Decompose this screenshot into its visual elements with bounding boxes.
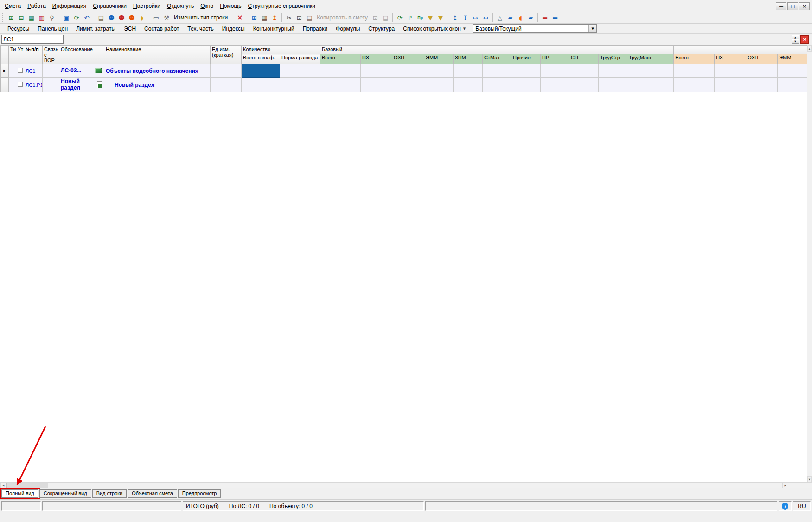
row-marker-cell[interactable] bbox=[1, 78, 9, 92]
name-cell[interactable]: Новый раздел bbox=[104, 78, 211, 92]
cell-b_pz[interactable] bbox=[361, 78, 392, 92]
indent-right-button[interactable]: ↦ bbox=[470, 13, 480, 23]
person-orange-button[interactable]: ☻ bbox=[127, 13, 137, 23]
panel-tab-amendments[interactable]: Поправки bbox=[299, 25, 332, 33]
cell-b_nr[interactable] bbox=[541, 78, 569, 92]
cell-b_emm[interactable] bbox=[424, 78, 454, 92]
cell-b_stmat[interactable] bbox=[483, 78, 511, 92]
unit-cell[interactable] bbox=[211, 64, 242, 78]
level-down-button[interactable]: ↧ bbox=[460, 13, 470, 23]
filter-clear-button[interactable]: ▼ bbox=[435, 13, 446, 23]
cell-c_ozp[interactable] bbox=[746, 64, 778, 78]
estimate-panels-button[interactable]: ⊟ bbox=[16, 13, 26, 23]
spinner-up-icon[interactable]: ▲ bbox=[792, 35, 799, 39]
person-red-button[interactable]: ☻ bbox=[116, 13, 127, 23]
cell-b_stmat[interactable] bbox=[483, 64, 511, 78]
menu-strukturnye-spravochniki[interactable]: Структурные справочники bbox=[245, 1, 319, 11]
language-indicator[interactable]: RU bbox=[793, 501, 811, 511]
cell-c_emm[interactable] bbox=[778, 78, 807, 92]
cell-b_total[interactable] bbox=[320, 64, 361, 78]
panel-tab-resources[interactable]: Ресурсы bbox=[3, 25, 33, 33]
refresh-button[interactable]: ⟳ bbox=[71, 13, 82, 23]
menu-okno[interactable]: Окно bbox=[197, 1, 217, 11]
cell-c_pz[interactable] bbox=[715, 64, 746, 78]
scroll-left-icon[interactable]: ◀ bbox=[0, 483, 6, 488]
number-cell[interactable]: ЛС1 bbox=[24, 64, 43, 78]
info-icon[interactable]: i bbox=[782, 503, 788, 510]
cell-b_total[interactable] bbox=[320, 78, 361, 92]
menu-otdokhnut[interactable]: Отдохнуть bbox=[164, 1, 197, 11]
cell-b_ozp[interactable] bbox=[392, 64, 424, 78]
machines-button[interactable]: ⚒ bbox=[161, 13, 172, 23]
car-2-button[interactable]: ▰ bbox=[525, 13, 536, 23]
cell-c_emm[interactable] bbox=[778, 64, 807, 78]
panel-tab-structure[interactable]: Структура bbox=[364, 25, 399, 33]
estimate-code-input[interactable] bbox=[1, 35, 64, 44]
cell-qty_total[interactable] bbox=[242, 64, 280, 78]
level-up-button[interactable]: ↥ bbox=[450, 13, 460, 23]
basis-cell[interactable]: ЛС-03... bbox=[59, 64, 104, 78]
vor-cell[interactable] bbox=[43, 64, 59, 78]
excel-export-button[interactable]: ▦ bbox=[26, 13, 37, 23]
cell-b_prochie[interactable] bbox=[511, 64, 541, 78]
search-button[interactable]: ⚲ bbox=[47, 13, 57, 23]
menu-informatsiya[interactable]: Информация bbox=[49, 1, 90, 11]
panel-tab-price-panel[interactable]: Панель цен bbox=[33, 25, 72, 33]
close-panel-button[interactable]: × bbox=[800, 35, 809, 44]
number-cell[interactable]: ЛС1.Р1 bbox=[24, 78, 43, 92]
comment-button[interactable]: ◗ bbox=[137, 13, 147, 23]
combo-dropdown-icon[interactable]: ▼ bbox=[588, 25, 596, 32]
vertical-scroll-track[interactable] bbox=[807, 52, 812, 476]
minimize-button[interactable]: — bbox=[776, 2, 786, 10]
pyramid-button[interactable]: △ bbox=[495, 13, 505, 23]
cell-qty_norm[interactable] bbox=[280, 64, 320, 78]
cell-b_prochie[interactable] bbox=[511, 78, 541, 92]
vertical-scrollbar[interactable]: ▲ ▼ bbox=[807, 45, 812, 482]
panel-tab-conjunctural[interactable]: Конъюнктурный bbox=[249, 25, 299, 33]
report-button[interactable]: ▤ bbox=[96, 13, 106, 23]
undo-button[interactable]: ↶ bbox=[82, 13, 92, 23]
scroll-right-icon[interactable]: ▶ bbox=[782, 483, 788, 488]
spinner-down-icon[interactable]: ▼ bbox=[792, 39, 799, 44]
approved-checkbox[interactable] bbox=[18, 68, 23, 73]
cell-b_zpm[interactable] bbox=[454, 78, 483, 92]
panel-tab-indexes[interactable]: Индексы bbox=[218, 25, 249, 33]
horizontal-scroll-track[interactable] bbox=[48, 483, 782, 488]
maximize-button[interactable]: □ bbox=[787, 2, 798, 10]
change-row-type-button[interactable]: Изменить тип строки... bbox=[172, 14, 235, 21]
approved-cell[interactable] bbox=[16, 78, 24, 92]
estimate-windows-button[interactable]: ⊞ bbox=[6, 13, 16, 23]
type-cell[interactable] bbox=[9, 78, 16, 92]
vor-cell[interactable] bbox=[43, 78, 59, 92]
filter-button[interactable]: ▼ bbox=[425, 13, 435, 23]
cell-b_trudmash[interactable] bbox=[627, 78, 674, 92]
copy-button[interactable]: ⊡ bbox=[294, 13, 304, 23]
menu-nastroyki[interactable]: Настройки bbox=[130, 1, 164, 11]
menu-pomoshch[interactable]: Помощь bbox=[217, 1, 244, 11]
panel-tab-work-composition[interactable]: Состав работ bbox=[140, 25, 183, 33]
cell-qty_total[interactable] bbox=[242, 78, 280, 92]
close-button[interactable]: × bbox=[799, 2, 810, 10]
cell-c_total[interactable] bbox=[674, 64, 715, 78]
scroll-up-icon[interactable]: ▲ bbox=[807, 45, 812, 52]
cell-c_pz[interactable] bbox=[715, 78, 746, 92]
cell-b_trudmash[interactable] bbox=[627, 64, 674, 78]
row-marker-cell[interactable]: ▶ bbox=[1, 64, 9, 78]
paste-button[interactable]: ▤ bbox=[304, 13, 314, 23]
view-tab-preview[interactable]: Предпросмотр bbox=[178, 489, 221, 498]
cell-qty_norm[interactable] bbox=[280, 78, 320, 92]
cell-c_total[interactable] bbox=[674, 78, 715, 92]
price-base-update-button[interactable]: ⟳ bbox=[395, 13, 405, 23]
pdf-export-button[interactable]: ▥ bbox=[37, 13, 47, 23]
cell-b_sp[interactable] bbox=[569, 78, 599, 92]
panel-tab-limit-costs[interactable]: Лимит. затраты bbox=[72, 25, 120, 33]
cell-b_trudstr[interactable] bbox=[599, 78, 627, 92]
view-tab-row-view[interactable]: Вид строки bbox=[92, 489, 127, 498]
basis-cell[interactable]: Новый раздел bbox=[59, 78, 104, 92]
layers-blue-button[interactable]: ▬ bbox=[550, 13, 560, 23]
move-up-button[interactable]: ↥ bbox=[269, 13, 280, 23]
cell-b_nr[interactable] bbox=[541, 64, 569, 78]
panel-tab-tech-part[interactable]: Тех. часть bbox=[183, 25, 217, 33]
scroll-down-icon[interactable]: ▼ bbox=[807, 476, 812, 482]
cell-b_trudstr[interactable] bbox=[599, 64, 627, 78]
